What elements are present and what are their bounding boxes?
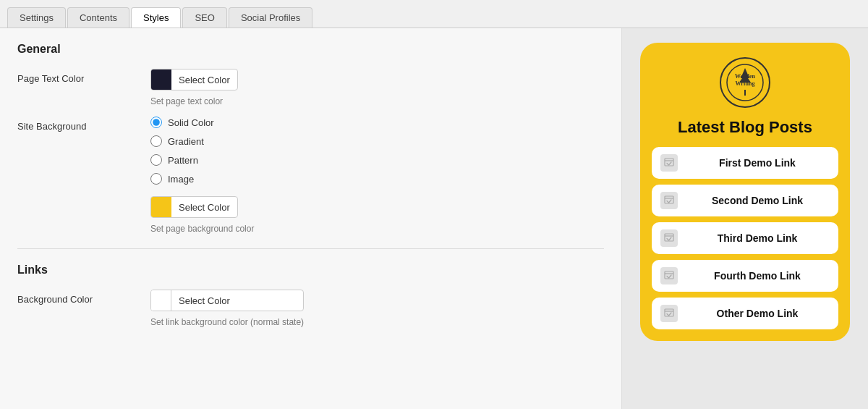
app-container: Settings Contents Styles SEO Social Prof… bbox=[0, 0, 868, 409]
page-text-color-label: Page Text Color bbox=[17, 69, 133, 84]
background-color-btn-label: Select Color bbox=[171, 202, 237, 213]
page-text-color-content: Select Color Set page text color bbox=[150, 69, 238, 106]
tab-contents[interactable]: Contents bbox=[67, 7, 129, 28]
preview-link-5-text: Other Demo Link bbox=[685, 308, 830, 319]
preview-link-2-icon bbox=[660, 192, 678, 209]
link-background-color-content: Select Color Set link background color (… bbox=[150, 290, 304, 327]
preview-link-2: Second Demo Link bbox=[652, 185, 838, 216]
right-panel: Wooden Writing Latest Blog Posts bbox=[622, 28, 868, 409]
radio-solid-color-label: Solid Color bbox=[168, 117, 214, 128]
radio-gradient-label: Gradient bbox=[168, 136, 204, 147]
preview-link-1: First Demo Link bbox=[652, 147, 838, 179]
radio-solid-color[interactable]: Solid Color bbox=[150, 117, 254, 128]
radio-image-input[interactable] bbox=[150, 173, 162, 185]
preview-title: Latest Blog Posts bbox=[678, 118, 812, 137]
logo-svg: Wooden Writing bbox=[726, 64, 764, 101]
preview-link-2-text: Second Demo Link bbox=[685, 195, 830, 206]
page-text-color-btn-label: Select Color bbox=[171, 75, 237, 85]
preview-link-5: Other Demo Link bbox=[652, 298, 838, 329]
preview-logo: Wooden Writing bbox=[720, 57, 770, 108]
phone-preview: Wooden Writing Latest Blog Posts bbox=[640, 43, 850, 341]
preview-link-4-icon bbox=[660, 267, 678, 284]
site-background-label: Site Background bbox=[17, 117, 133, 132]
background-color-hint: Set page background color bbox=[150, 224, 254, 234]
radio-pattern[interactable]: Pattern bbox=[150, 154, 254, 166]
site-background-row: Site Background Solid Color Gradient bbox=[17, 117, 604, 234]
link-background-color-hint: Set link background color (normal state) bbox=[150, 317, 304, 327]
main-layout: General Page Text Color Select Color Set… bbox=[0, 28, 868, 409]
page-text-color-swatch bbox=[151, 69, 171, 90]
tab-seo[interactable]: SEO bbox=[182, 7, 226, 28]
link-background-color-btn-label: Select Color bbox=[171, 295, 237, 306]
link-background-color-row: Background Color Select Color Set link b… bbox=[17, 290, 604, 327]
divider bbox=[17, 248, 604, 249]
tab-settings[interactable]: Settings bbox=[7, 7, 66, 28]
radio-image-label: Image bbox=[168, 174, 194, 185]
radio-solid-color-input[interactable] bbox=[150, 117, 162, 128]
links-section-title: Links bbox=[17, 263, 604, 277]
link-background-color-button[interactable]: Select Color bbox=[150, 290, 304, 311]
page-text-color-hint: Set page text color bbox=[150, 96, 238, 106]
background-color-button[interactable]: Select Color bbox=[150, 196, 238, 218]
radio-pattern-label: Pattern bbox=[168, 155, 198, 166]
preview-link-3-icon bbox=[660, 229, 678, 247]
radio-pattern-input[interactable] bbox=[150, 154, 162, 166]
tab-social-profiles[interactable]: Social Profiles bbox=[229, 7, 312, 28]
radio-gradient-input[interactable] bbox=[150, 135, 162, 147]
preview-link-3-text: Third Demo Link bbox=[685, 232, 830, 244]
preview-link-1-icon bbox=[660, 154, 678, 172]
link-background-color-swatch bbox=[151, 290, 171, 311]
tab-styles[interactable]: Styles bbox=[131, 7, 181, 28]
radio-image[interactable]: Image bbox=[150, 173, 254, 185]
preview-links: First Demo Link Second Demo Link Third D… bbox=[652, 147, 838, 329]
tabs-bar: Settings Contents Styles SEO Social Prof… bbox=[0, 0, 868, 28]
background-color-swatch bbox=[151, 197, 171, 217]
link-background-color-label: Background Color bbox=[17, 290, 133, 305]
radio-gradient[interactable]: Gradient bbox=[150, 135, 254, 147]
preview-link-3: Third Demo Link bbox=[652, 222, 838, 254]
preview-link-4: Fourth Demo Link bbox=[652, 260, 838, 292]
left-panel: General Page Text Color Select Color Set… bbox=[0, 28, 622, 409]
preview-link-5-icon bbox=[660, 305, 678, 322]
preview-link-1-text: First Demo Link bbox=[685, 157, 830, 169]
preview-link-4-text: Fourth Demo Link bbox=[685, 270, 830, 282]
page-text-color-button[interactable]: Select Color bbox=[150, 69, 238, 90]
background-radio-group: Solid Color Gradient Pattern Image bbox=[150, 117, 254, 185]
site-background-content: Solid Color Gradient Pattern Image bbox=[150, 117, 254, 234]
page-text-color-row: Page Text Color Select Color Set page te… bbox=[17, 69, 604, 106]
general-section-title: General bbox=[17, 43, 604, 56]
